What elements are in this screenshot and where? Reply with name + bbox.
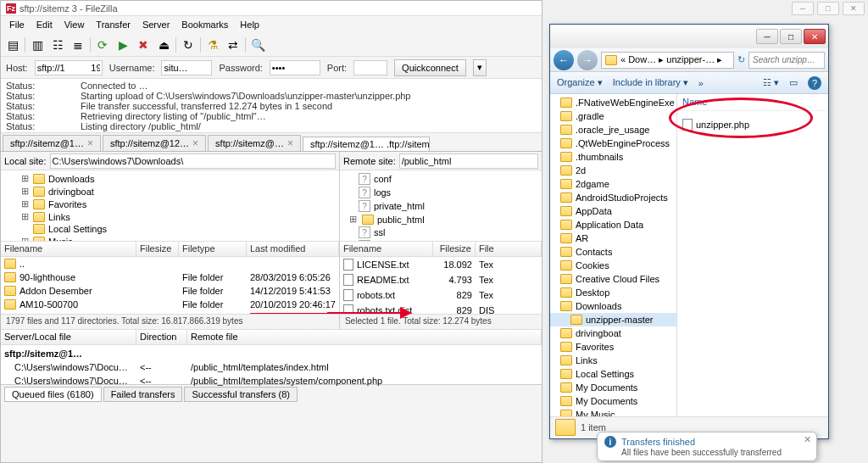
site-tab[interactable]: sftp://sitemz@1…× [3, 135, 101, 151]
disconnect-icon[interactable]: ⏏ [155, 36, 172, 53]
process-queue-icon[interactable]: ▶ [114, 36, 131, 53]
tree-item[interactable]: Creative Cloud Files [550, 272, 676, 286]
tree-item[interactable]: Local Settings [550, 367, 676, 381]
menu-file[interactable]: File [4, 18, 30, 31]
tree-item[interactable]: Desktop [550, 286, 676, 299]
tree-item[interactable]: Downloads [550, 299, 676, 313]
minimize-button[interactable]: ─ [756, 29, 778, 44]
toggle-tree-icon[interactable]: ☷ [49, 36, 66, 53]
tree-label[interactable]: logs [374, 187, 391, 198]
address-bar[interactable]: « Dow… ▸ unzipper-… ▸ [601, 52, 734, 69]
tree-item[interactable]: Application Data [550, 218, 676, 232]
tree-item[interactable]: .gradle [550, 109, 676, 123]
menu-help[interactable]: Help [235, 18, 264, 31]
close-icon[interactable]: × [192, 137, 198, 149]
port-input[interactable] [353, 60, 387, 75]
site-tab[interactable]: sftp://sitemz@1… .ftp://sitemz@… [303, 137, 430, 151]
tree-label[interactable]: private_html [374, 201, 425, 211]
queue-item[interactable]: C:\Users\windows7\Docu…<--/public_html/t… [1, 360, 542, 374]
preview-icon[interactable]: ▭ [789, 77, 798, 88]
col-dir[interactable]: Direction [136, 330, 187, 344]
col-modified[interactable]: Last modified [247, 242, 339, 256]
tree-item[interactable]: My Music [550, 408, 676, 416]
reconnect-icon[interactable]: ↻ [180, 36, 197, 53]
local-path-input[interactable] [50, 153, 336, 169]
forward-button[interactable]: → [577, 50, 598, 70]
tree-item[interactable]: My Documents [550, 381, 676, 394]
view-icon[interactable]: ☷ ▾ [763, 77, 779, 88]
pass-input[interactable] [270, 60, 320, 75]
col-filesize[interactable]: Filesize [433, 242, 476, 256]
tree-item[interactable]: unzipper-master [550, 313, 676, 326]
remote-path-input[interactable] [399, 153, 538, 169]
list-item[interactable]: .. [1, 257, 339, 271]
tree-item[interactable]: 2d [550, 164, 676, 177]
col-filetype[interactable]: Filetype [179, 242, 247, 256]
tree-item[interactable]: drivingboat [550, 326, 676, 340]
list-item[interactable]: AM10-500700File folder20/10/2019 20:46:1… [1, 298, 339, 311]
col-filename[interactable]: Filename [1, 242, 136, 256]
list-item[interactable]: unzipper.php [677, 116, 828, 133]
expand-icon[interactable]: ⊞ [19, 173, 30, 184]
expand-icon[interactable]: ⊞ [19, 211, 30, 222]
more-menu[interactable]: » [698, 78, 704, 88]
host-input[interactable] [35, 60, 103, 75]
menu-view[interactable]: View [59, 18, 90, 31]
menu-server[interactable]: Server [137, 18, 175, 31]
tree-label[interactable]: conf [374, 174, 392, 184]
site-tab[interactable]: sftp://sitemz@12…× [103, 135, 206, 151]
menu-bookmarks[interactable]: Bookmarks [176, 18, 233, 31]
local-tree[interactable]: ⊞Downloads ⊞drivingboat ⊞Favorites ⊞Link… [1, 170, 339, 242]
tree-label[interactable]: public_html [377, 215, 425, 225]
tree-label[interactable]: Local Settings [48, 224, 107, 234]
tree-item[interactable]: .thumbnails [550, 150, 676, 164]
tree-item[interactable]: .FNativeWebEngineExe [550, 96, 676, 109]
close-icon[interactable]: × [87, 137, 93, 149]
expand-icon[interactable]: ⊞ [19, 186, 30, 197]
tree-label[interactable]: Favorites [48, 199, 86, 209]
expand-icon[interactable]: ⊞ [19, 236, 30, 242]
tree-item[interactable]: My Documents [550, 394, 676, 408]
remote-tree[interactable]: ?conf ?logs ?private_html ⊞public_html ?… [340, 170, 542, 242]
user-input[interactable] [161, 60, 212, 75]
tree-item[interactable]: .oracle_jre_usage [550, 123, 676, 137]
close-button[interactable]: ✕ [804, 29, 826, 44]
back-button[interactable]: ← [554, 50, 574, 70]
list-item[interactable]: Addon DesemberFile folder14/12/2019 5:41… [1, 284, 339, 298]
quickconnect-button[interactable]: Quickconnect [394, 59, 466, 76]
explorer-file-list[interactable]: Name unzipper.php [677, 94, 828, 416]
expand-icon[interactable]: ⊞ [348, 214, 359, 225]
col-name[interactable]: Name [677, 94, 712, 110]
explorer-nav-tree[interactable]: .FNativeWebEngineExe.gradle.oracle_jre_u… [550, 94, 677, 416]
maximize-button[interactable]: □ [780, 29, 802, 44]
menu-transfer[interactable]: Transfer [91, 18, 136, 31]
sitemanager-icon[interactable]: ▤ [4, 36, 21, 53]
tree-label[interactable]: drivingboat [48, 187, 94, 197]
transfer-toast[interactable]: ✕ i Transfers finished All files have be… [597, 432, 817, 461]
organize-menu[interactable]: Organize ▾ [557, 77, 603, 88]
queue-host[interactable]: sftp://sitemz@1… [1, 347, 542, 360]
tree-item[interactable]: 2dgame [550, 177, 676, 191]
list-item[interactable]: README.txt4.793Tex [340, 272, 542, 287]
col-filetype[interactable]: File [476, 242, 542, 256]
search-input[interactable] [748, 52, 825, 69]
tab-failed[interactable]: Failed transfers [103, 387, 183, 402]
compare-icon[interactable]: ⇄ [225, 36, 242, 53]
help-icon[interactable]: ? [808, 76, 821, 90]
close-icon[interactable]: ✕ [804, 434, 811, 445]
col-local[interactable]: Server/Local file [1, 330, 136, 344]
tree-item[interactable]: AndroidStudioProjects [550, 191, 676, 204]
list-item[interactable]: robots.txt829Tex [340, 287, 542, 303]
list-item[interactable]: 90-lighthouseFile folder28/03/2019 6:05:… [1, 271, 339, 284]
transfer-queue[interactable]: sftp://sitemz@1… C:\Users\windows7\Docu…… [1, 345, 542, 384]
tree-item[interactable]: Favorites [550, 340, 676, 354]
include-menu[interactable]: Include in library ▾ [613, 77, 688, 88]
cancel-icon[interactable]: ✖ [135, 36, 152, 53]
close-icon[interactable]: × [287, 137, 293, 149]
filter-icon[interactable]: ⚗ [204, 36, 221, 53]
refresh-icon[interactable]: ↻ [737, 54, 745, 65]
tab-queued[interactable]: Queued files (6180) [4, 387, 102, 402]
breadcrumb[interactable]: « Dow… ▸ unzipper-… ▸ [620, 54, 722, 65]
tree-item[interactable]: Links [550, 354, 676, 367]
toggle-queue-icon[interactable]: ≣ [70, 36, 86, 53]
